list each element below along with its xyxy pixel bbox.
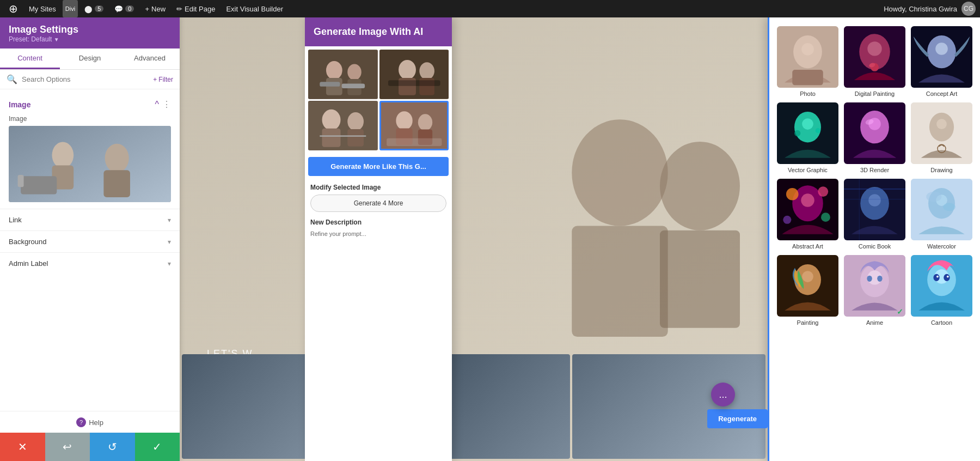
svg-point-11	[660, 142, 740, 230]
generated-image-2[interactable]	[379, 50, 449, 99]
style-svg-vector	[777, 102, 838, 164]
exit-label: Exit Visual Builder	[226, 5, 283, 13]
floating-menu-bubble[interactable]: ...	[711, 383, 735, 407]
undo-icon: ↩	[63, 440, 72, 453]
tab-design[interactable]: Design	[60, 48, 120, 69]
style-img-drawing	[911, 102, 972, 164]
sidebar-preset[interactable]: Preset: Default ▼	[9, 35, 171, 43]
undo-button[interactable]: ↩	[45, 433, 90, 461]
filter-label: Filter	[158, 76, 173, 83]
admin-label-collapse-arrow[interactable]: ▾	[168, 260, 171, 268]
generated-image-3[interactable]	[308, 101, 378, 150]
generated-images-grid	[305, 46, 452, 154]
new-content-button[interactable]: + New	[140, 0, 170, 17]
edit-page-button[interactable]: ✏ Edit Page	[172, 0, 219, 17]
image-section-body: Image	[0, 113, 180, 209]
style-item-digital-painting[interactable]: Digital Painting	[842, 24, 908, 99]
cancel-icon: ✕	[18, 440, 27, 453]
style-label-cartoon: Cartoon	[931, 319, 952, 326]
svg-point-4	[105, 143, 129, 172]
comments-menu[interactable]: 💬 0	[110, 0, 138, 17]
search-input[interactable]	[22, 75, 149, 83]
sidebar-search-bar: 🔍 + Filter	[0, 70, 180, 89]
filter-button[interactable]: + Filter	[153, 76, 173, 83]
my-sites-menu[interactable]: My Sites	[24, 0, 60, 17]
regenerate-button[interactable]: Regenerate	[707, 409, 768, 428]
background-section: Background ▾	[0, 230, 180, 252]
image-preview[interactable]	[9, 126, 171, 202]
style-label-concept-art: Concept Art	[926, 90, 957, 97]
style-img-3d-render	[844, 102, 905, 164]
cancel-button[interactable]: ✕	[0, 433, 45, 461]
background-collapse-arrow[interactable]: ▾	[168, 238, 171, 246]
user-avatar[interactable]: CG	[961, 2, 976, 16]
gen-img-svg-3	[308, 101, 378, 150]
divi-menu[interactable]: Divi	[63, 0, 78, 17]
link-section-header[interactable]: Link ▾	[0, 209, 180, 230]
generate-4-more-button[interactable]: Generate 4 More	[310, 195, 446, 212]
style-item-painting[interactable]: Painting	[775, 253, 841, 328]
gen-img-svg-1	[308, 50, 378, 99]
help-button[interactable]: ? Help	[76, 417, 103, 427]
image-section-header[interactable]: Image ^ ⋮	[0, 94, 180, 113]
modify-label: Modify Selected Image	[310, 184, 446, 191]
gen-img-svg-4	[381, 102, 448, 149]
sidebar: Image Settings Preset: Default ▼ Content…	[0, 17, 180, 461]
style-item-anime[interactable]: Anime ✓	[842, 253, 908, 328]
save-button[interactable]: ✓	[135, 433, 180, 461]
divi-label: Divi	[65, 5, 75, 12]
style-item-cartoon[interactable]: Cartoon	[909, 253, 975, 328]
svg-rect-30	[347, 129, 364, 147]
svg-point-69	[783, 216, 791, 224]
help-label: Help	[89, 418, 103, 427]
redo-button[interactable]: ↺	[90, 433, 135, 461]
admin-bar-right: Howdy, Christina Gwira CG	[884, 2, 976, 16]
generated-image-4[interactable]	[379, 101, 449, 150]
help-icon: ?	[76, 417, 86, 427]
generate-more-label: Generate More Like This G...	[330, 162, 426, 171]
svg-rect-28	[322, 129, 341, 147]
style-item-drawing[interactable]: Drawing	[909, 100, 975, 175]
style-item-abstract-art[interactable]: Abstract Art	[775, 177, 841, 252]
style-item-watercolor[interactable]: Watercolor	[909, 177, 975, 252]
style-label-abstract-art: Abstract Art	[792, 243, 823, 250]
tab-content[interactable]: Content	[0, 48, 60, 69]
generated-image-1[interactable]	[308, 50, 378, 99]
style-item-photo[interactable]: Photo	[775, 24, 841, 99]
updates-menu[interactable]: ⬤ 5	[80, 0, 108, 17]
admin-label-section-header[interactable]: Admin Label ▾	[0, 253, 180, 274]
style-label-vector-graphic: Vector Graphic	[788, 167, 828, 173]
sidebar-title: Image Settings	[9, 24, 171, 35]
svg-rect-13	[308, 50, 378, 99]
sidebar-actions: ✕ ↩ ↺ ✓	[0, 433, 180, 461]
link-collapse-arrow[interactable]: ▾	[168, 216, 171, 224]
style-item-concept-art[interactable]: Concept Art	[909, 24, 975, 99]
style-item-vector-graphic[interactable]: Vector Graphic	[775, 100, 841, 175]
svg-point-81	[943, 203, 955, 211]
background-section-header[interactable]: Background ▾	[0, 231, 180, 252]
image-options-dots[interactable]: ⋮	[162, 99, 171, 110]
image-collapse-arrow[interactable]: ^	[155, 100, 159, 110]
svg-point-80	[926, 192, 941, 202]
style-svg-3d	[844, 102, 905, 164]
style-item-comic-book[interactable]: Comic Book	[842, 177, 908, 252]
exit-builder-button[interactable]: Exit Visual Builder	[222, 0, 287, 17]
svg-point-68	[818, 186, 828, 197]
anime-selected-checkmark: ✓	[897, 307, 903, 316]
tab-content-label: Content	[17, 54, 42, 62]
redo-icon: ↺	[108, 440, 117, 453]
style-img-abstract-art	[777, 179, 838, 240]
wordpress-icon[interactable]: ⊕	[4, 0, 22, 17]
admin-label-section-title: Admin Label	[9, 259, 48, 268]
svg-point-50	[935, 43, 948, 55]
svg-point-54	[794, 130, 800, 136]
tab-advanced[interactable]: Advanced	[120, 48, 180, 69]
admin-bar: ⊕ My Sites Divi ⬤ 5 💬 0 + New ✏ Edit Pag…	[0, 0, 980, 17]
refine-prompt-text[interactable]: Refine your prompt...	[310, 228, 446, 239]
tab-advanced-label: Advanced	[134, 54, 166, 62]
svg-point-96	[947, 276, 949, 278]
generate-more-button[interactable]: Generate More Like This G...	[308, 157, 449, 176]
preset-label: Preset: Default	[9, 35, 52, 43]
style-img-watercolor	[911, 179, 972, 240]
style-item-3d-render[interactable]: 3D Render	[842, 100, 908, 175]
